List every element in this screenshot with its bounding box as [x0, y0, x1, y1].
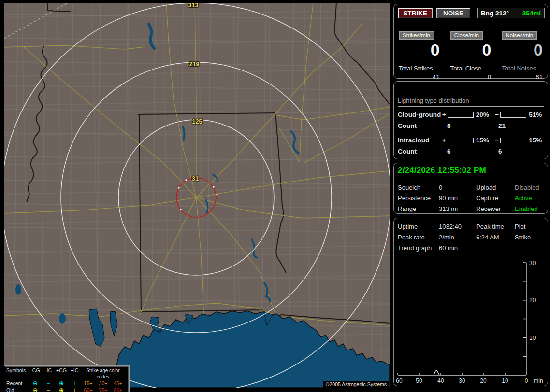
app-window: 313 219 125 31 Symbols -CG -IC +CG +IC S… [0, 0, 550, 392]
cg-negative-bar [500, 112, 526, 118]
age-60: 60+ [81, 387, 96, 392]
total-close-value: 0 [450, 73, 492, 81]
x-axis-ticks [398, 373, 505, 375]
ring-label-125: 125 [192, 118, 203, 125]
intracloud-label: Intracloud [398, 137, 442, 144]
map-svg: 313 219 125 31 [4, 3, 390, 388]
noises-rate-value: 0 [502, 42, 543, 58]
ic-positive-count: 6 [447, 148, 498, 155]
plot-value: Strike [515, 234, 544, 241]
x-tick-50: 50 [416, 378, 422, 384]
x-tick-60: 60 [396, 378, 403, 384]
x-tick-30: 30 [459, 378, 465, 384]
map-legend: Symbols -CG -IC +CG +IC Strike age color… [4, 365, 130, 392]
y-tick-30: 30 [529, 260, 536, 266]
total-noises-value: 61 [502, 73, 543, 81]
legend-col-pos-ic: +IC [68, 367, 81, 380]
ring-label-31: 31 [192, 175, 199, 182]
cg-positive-count: 8 [447, 122, 498, 129]
x-tick-0: 0 [525, 378, 528, 384]
distribution-panel: Lightning type distribution Cloud-ground… [393, 81, 548, 159]
legend-age-header: Strike age color codes [81, 367, 125, 380]
cg-negative-count: 21 [498, 122, 506, 129]
ic-positive-bar [448, 138, 474, 143]
count-label: Count [398, 148, 447, 155]
bearing-range: 354mi [522, 10, 541, 17]
legend-col-neg-ic: -IC [42, 367, 55, 380]
ic-negative-count: 6 [498, 148, 502, 155]
x-axis-unit: min [534, 378, 543, 384]
peak-rate-value: 2/min [439, 234, 476, 241]
bearing-readout: Bng 212° 354mi [477, 8, 545, 18]
counters-panel: STRIKE NOISE Bng 212° 354mi Strikes/min … [393, 4, 548, 79]
counter-strikes: Strikes/min 0 Total Strikes 41 [399, 30, 440, 81]
legend-row-recent-label: Recent [6, 380, 29, 387]
legend-row-old-label: Old [6, 387, 29, 392]
close-per-min-chip[interactable]: Close/min [450, 31, 483, 40]
copyright-text: ©2005 Astrogenic Systems [323, 381, 389, 388]
pos-ic-recent-icon: + [68, 380, 81, 387]
close-rate-value: 0 [450, 42, 492, 58]
ring-label-313: 313 [188, 3, 199, 9]
peak-time-label: Peak time [476, 223, 515, 230]
ring-label-219: 219 [189, 61, 200, 68]
range-value: 313 mi [439, 205, 476, 212]
receiver-status: Enabled [515, 205, 544, 212]
y-tick-10: 10 [529, 335, 536, 341]
minus-sign: − [494, 111, 499, 118]
total-noises-label: Total Noises [502, 65, 543, 72]
y-axis-ticks [523, 263, 526, 356]
total-strikes-label: Total Strikes [399, 65, 440, 72]
persistence-value: 90 min [439, 195, 476, 202]
persistence-label: Persistence [398, 195, 439, 202]
peak-time-value: 6:24 AM [476, 234, 515, 241]
cloud-ground-label: Cloud-ground [398, 111, 442, 118]
legend-symbols-header: Symbols [6, 367, 29, 380]
count-label: Count [398, 122, 447, 129]
age-90: 90+ [111, 387, 125, 392]
intracloud-row: Intracloud + 15% − 15% [398, 137, 548, 144]
y-tick-20: 20 [529, 297, 536, 304]
capture-status: Active [515, 195, 544, 202]
upload-label: Upload [476, 184, 515, 191]
minus-sign: − [494, 137, 499, 144]
settings-grid: Squelch 0 Upload Disabled Persistence 90… [398, 184, 544, 212]
counter-close: Close/min 0 Total Close 0 [450, 30, 492, 81]
upload-status: Disabled [515, 184, 544, 191]
neg-cg-old-icon: ⊖ [29, 387, 42, 392]
trend-graph-label: Trend graph [398, 244, 439, 252]
noise-button[interactable]: NOISE [436, 8, 470, 18]
bearing-label: Bng 212° [481, 10, 509, 17]
lake [15, 284, 21, 295]
plus-sign: + [442, 111, 447, 118]
cloud-ground-row: Cloud-ground + 20% − 51% [398, 111, 548, 118]
x-tick-labels: 60 50 40 30 20 10 0 min [396, 378, 543, 384]
receiver-label: Receiver [476, 205, 515, 212]
neg-ic-old-icon: − [42, 387, 55, 392]
strike-trend-peak [434, 370, 439, 375]
trend-graph: 30 20 10 60 50 40 30 20 10 0 min [394, 259, 548, 385]
noises-per-min-chip[interactable]: Noises/min [502, 31, 537, 40]
graph-axes [398, 263, 526, 375]
counter-noises: Noises/min 0 Total Noises 61 [502, 30, 543, 81]
cg-positive-bar [448, 112, 474, 118]
rate-counters: Strikes/min 0 Total Strikes 41 Close/min… [399, 30, 543, 81]
plot-label: Plot [515, 223, 544, 230]
ic-negative-bar [500, 138, 526, 143]
strikes-per-min-chip[interactable]: Strikes/min [399, 31, 434, 40]
radar-map[interactable]: 313 219 125 31 Symbols -CG -IC +CG +IC S… [4, 3, 390, 388]
total-strikes-value: 41 [399, 73, 440, 81]
uptime-value: 1032:40 [439, 223, 476, 230]
neg-cg-recent-icon: ⊖ [29, 380, 42, 387]
age-30: 30+ [96, 380, 111, 387]
legend-col-neg-cg: -CG [29, 367, 42, 380]
ic-negative-pct: 15% [526, 137, 548, 144]
range-label: Range [398, 205, 439, 212]
squelch-label: Squelch [398, 184, 439, 191]
strike-button[interactable]: STRIKE [398, 8, 433, 18]
distribution-header: Lightning type distribution [398, 97, 544, 107]
total-close-label: Total Close [450, 65, 492, 72]
age-15: 15+ [81, 380, 96, 387]
pos-cg-recent-icon: ⊕ [55, 380, 68, 387]
squelch-value: 0 [439, 184, 476, 191]
